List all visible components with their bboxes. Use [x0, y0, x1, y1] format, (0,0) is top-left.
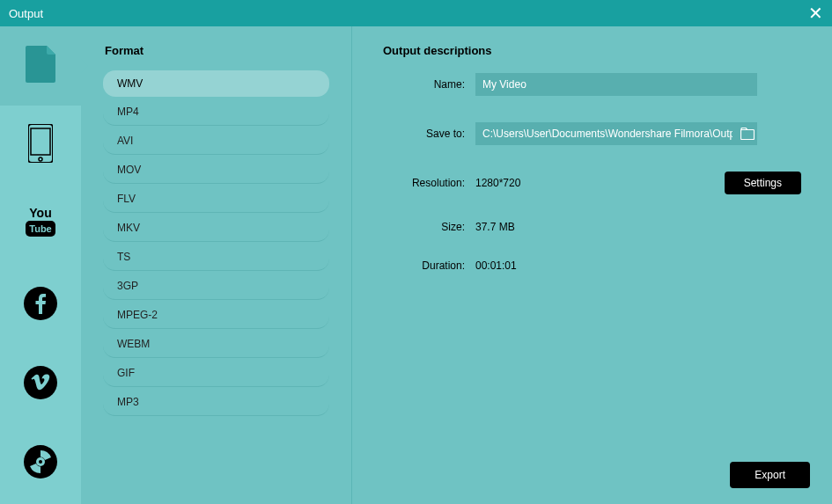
- svg-text:Tube: Tube: [29, 223, 51, 234]
- size-label: Size:: [383, 221, 475, 233]
- format-item-3gp[interactable]: 3GP: [103, 273, 329, 300]
- svg-point-2: [39, 157, 42, 161]
- format-item-mp4[interactable]: MP4: [103, 99, 329, 126]
- titlebar: Output ✕: [0, 0, 832, 26]
- format-item-flv[interactable]: FLV: [103, 186, 329, 213]
- duration-label: Duration:: [383, 259, 475, 272]
- main-content: YouTube Format WMV MP4 AVI MOV FLV MK: [0, 26, 832, 504]
- vimeo-icon: [24, 366, 57, 399]
- settings-button[interactable]: Settings: [725, 172, 801, 194]
- format-item-gif[interactable]: GIF: [103, 360, 329, 387]
- resolution-row: Resolution: 1280*720 Settings: [383, 172, 801, 194]
- format-item-mkv[interactable]: MKV: [103, 215, 329, 242]
- window-title: Output: [9, 7, 43, 20]
- format-item-avi[interactable]: AVI: [103, 128, 329, 155]
- resolution-label: Resolution:: [383, 177, 475, 189]
- size-value: 37.7 MB: [475, 221, 515, 233]
- sidebar-item-dvd[interactable]: [0, 422, 81, 501]
- close-icon[interactable]: ✕: [808, 3, 823, 24]
- phone-icon: [28, 124, 53, 166]
- sidebar-item-facebook[interactable]: [0, 264, 81, 343]
- format-item-mpeg2[interactable]: MPEG-2: [103, 302, 329, 329]
- svg-rect-8: [741, 130, 755, 140]
- document-icon: [26, 46, 55, 86]
- export-button[interactable]: Export: [730, 462, 810, 488]
- format-heading: Format: [105, 44, 329, 57]
- format-item-wmv[interactable]: WMV: [103, 70, 329, 97]
- svg-point-7: [39, 460, 42, 464]
- sidebar-item-device[interactable]: [0, 106, 81, 185]
- name-row: Name:: [383, 73, 801, 96]
- details-heading: Output descriptions: [383, 44, 801, 57]
- format-item-mov[interactable]: MOV: [103, 157, 329, 184]
- facebook-icon: [24, 287, 57, 320]
- sidebar-item-document[interactable]: [0, 26, 81, 106]
- svg-rect-1: [31, 128, 50, 155]
- format-list: WMV MP4 AVI MOV FLV MKV TS 3GP MPEG-2 WE…: [103, 70, 329, 416]
- saveto-row: Save to:: [383, 122, 801, 145]
- sidebar-item-vimeo[interactable]: [0, 343, 81, 422]
- svg-text:You: You: [29, 206, 51, 220]
- disc-icon: [24, 445, 57, 478]
- duration-value: 00:01:01: [475, 259, 517, 272]
- name-label: Name:: [383, 78, 475, 91]
- format-item-ts[interactable]: TS: [103, 244, 329, 271]
- format-panel: Format WMV MP4 AVI MOV FLV MKV TS 3GP MP…: [81, 26, 352, 504]
- youtube-icon: YouTube: [22, 205, 59, 244]
- saveto-label: Save to:: [383, 128, 475, 140]
- sidebar-item-youtube[interactable]: YouTube: [0, 185, 81, 264]
- format-item-webm[interactable]: WEBM: [103, 331, 329, 358]
- format-item-mp3[interactable]: MP3: [103, 389, 329, 416]
- browse-folder-icon[interactable]: [740, 127, 755, 141]
- resolution-value: 1280*720: [475, 177, 520, 189]
- duration-row: Duration: 00:01:01: [383, 259, 801, 272]
- saveto-input[interactable]: [475, 122, 740, 145]
- size-row: Size: 37.7 MB: [383, 221, 801, 233]
- name-input[interactable]: [475, 73, 757, 96]
- destination-sidebar: YouTube: [0, 26, 81, 504]
- saveto-wrap: [475, 122, 757, 145]
- details-panel: Output descriptions Name: Save to: Resol…: [352, 26, 832, 504]
